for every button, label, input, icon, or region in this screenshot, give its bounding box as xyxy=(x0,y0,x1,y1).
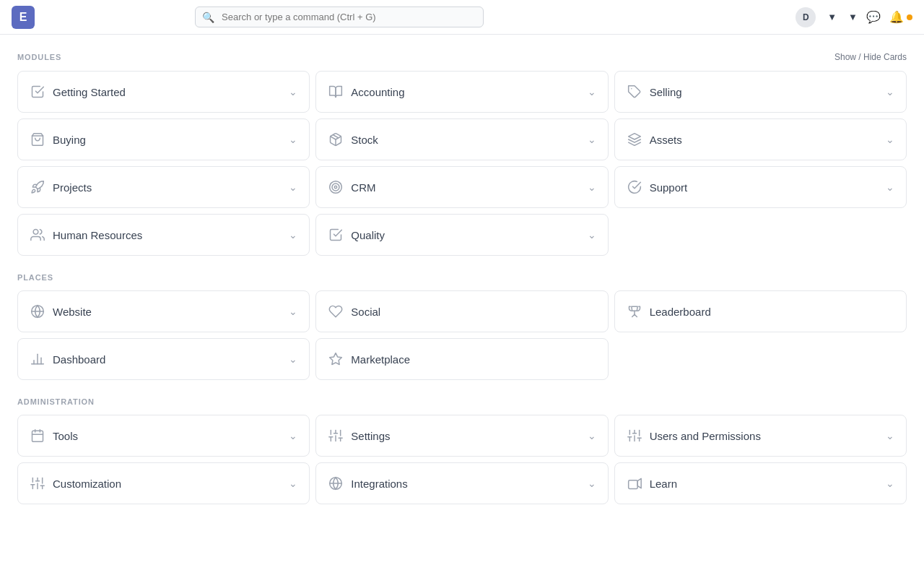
module-card-left-selling: Selling xyxy=(627,85,682,99)
module-card-social[interactable]: Social xyxy=(315,290,608,332)
module-card-tools[interactable]: Tools ⌄ xyxy=(17,415,310,457)
bell-icon: 🔔 xyxy=(889,10,904,24)
selling-icon xyxy=(627,85,642,99)
learn-icon xyxy=(627,476,642,491)
module-card-left-support: Support xyxy=(627,180,688,194)
module-card-settings[interactable]: Settings ⌄ xyxy=(315,415,608,457)
grid-modules: Getting Started ⌄ Accounting ⌄ Selling ⌄ xyxy=(17,71,907,256)
human-resources-chevron-icon: ⌄ xyxy=(289,229,297,241)
section-header-administration: ADMINISTRATION xyxy=(17,397,907,406)
chat-button[interactable]: 💬 xyxy=(866,10,881,24)
module-card-crm[interactable]: CRM ⌄ xyxy=(315,166,608,208)
notifications-button[interactable]: 🔔 xyxy=(889,10,912,24)
module-card-assets[interactable]: Assets ⌄ xyxy=(614,118,907,160)
getting-started-chevron-icon: ⌄ xyxy=(289,86,297,98)
section-administration: ADMINISTRATION Tools ⌄ Settings ⌄ xyxy=(17,397,907,504)
settings-chevron-icon: ⌄ xyxy=(588,430,596,441)
marketplace-icon xyxy=(328,352,344,366)
svg-point-8 xyxy=(33,230,38,235)
module-name-learn: Learn xyxy=(650,478,677,490)
module-card-left-projects: Projects xyxy=(30,180,92,194)
module-name-quality: Quality xyxy=(351,229,385,241)
module-card-left-getting-started: Getting Started xyxy=(30,85,126,99)
module-card-integrations[interactable]: Integrations ⌄ xyxy=(315,462,608,504)
module-name-selling: Selling xyxy=(650,86,682,98)
buying-icon xyxy=(30,132,45,147)
module-name-customization: Customization xyxy=(53,478,121,490)
module-card-left-stock: Stock xyxy=(328,132,378,147)
search-bar: 🔍 xyxy=(195,7,484,27)
help-chevron-icon: ▼ xyxy=(848,12,858,22)
website-icon xyxy=(30,304,45,319)
section-modules: MODULESShow / Hide Cards Getting Started… xyxy=(17,52,907,256)
module-card-left-settings: Settings xyxy=(328,428,390,443)
module-name-crm: CRM xyxy=(351,181,375,194)
module-card-buying[interactable]: Buying ⌄ xyxy=(17,118,310,160)
module-card-human-resources[interactable]: Human Resources ⌄ xyxy=(17,214,310,256)
module-card-marketplace[interactable]: Marketplace xyxy=(315,338,608,380)
avatar: D xyxy=(796,7,816,27)
website-chevron-icon: ⌄ xyxy=(289,306,297,317)
dashboard-icon xyxy=(30,352,45,366)
svg-rect-17 xyxy=(32,431,43,441)
dashboard-chevron-icon: ⌄ xyxy=(289,353,297,365)
module-name-support: Support xyxy=(650,181,688,194)
module-card-projects[interactable]: Projects ⌄ xyxy=(17,166,310,208)
settings-chevron-icon: ▼ xyxy=(827,12,837,22)
quality-chevron-icon: ⌄ xyxy=(588,229,596,241)
svg-line-2 xyxy=(334,135,339,138)
svg-marker-4 xyxy=(628,134,640,139)
section-places: PLACES Website ⌄ Social Leader xyxy=(17,273,907,380)
projects-icon xyxy=(30,180,45,194)
search-input[interactable] xyxy=(195,7,484,27)
svg-marker-51 xyxy=(637,478,641,488)
module-card-support[interactable]: Support ⌄ xyxy=(614,166,907,208)
module-card-left-integrations: Integrations xyxy=(328,476,407,491)
module-card-selling[interactable]: Selling ⌄ xyxy=(614,71,907,113)
module-card-leaderboard[interactable]: Leaderboard xyxy=(614,290,907,332)
module-name-leaderboard: Leaderboard xyxy=(650,306,711,318)
module-card-quality[interactable]: Quality ⌄ xyxy=(315,214,608,256)
module-card-website[interactable]: Website ⌄ xyxy=(17,290,310,332)
module-card-left-crm: CRM xyxy=(328,180,375,194)
main-content: MODULESShow / Hide Cards Getting Started… xyxy=(0,35,924,522)
section-label-administration: ADMINISTRATION xyxy=(17,397,95,406)
social-icon xyxy=(328,304,344,319)
section-label-modules: MODULES xyxy=(17,53,61,61)
module-card-left-leaderboard: Leaderboard xyxy=(627,304,711,319)
module-name-projects: Projects xyxy=(53,181,92,194)
module-card-learn[interactable]: Learn ⌄ xyxy=(614,462,907,504)
module-name-website: Website xyxy=(53,306,92,318)
module-name-social: Social xyxy=(351,306,380,318)
module-card-left-dashboard: Dashboard xyxy=(30,352,105,366)
users-permissions-icon xyxy=(627,428,642,443)
module-card-left-users-permissions: Users and Permissions xyxy=(627,428,761,443)
buying-chevron-icon: ⌄ xyxy=(289,134,297,145)
module-name-integrations: Integrations xyxy=(351,478,407,490)
module-card-left-buying: Buying xyxy=(30,132,86,147)
logo-button[interactable]: E xyxy=(12,6,35,29)
module-card-left-human-resources: Human Resources xyxy=(30,228,142,242)
crm-chevron-icon: ⌄ xyxy=(588,181,596,193)
module-card-left-accounting: Accounting xyxy=(328,85,404,99)
help-button[interactable]: ▼ xyxy=(845,12,858,22)
module-card-customization[interactable]: Customization ⌄ xyxy=(17,462,310,504)
header: E 🔍 D ▼ ▼ 💬 🔔 xyxy=(0,0,924,35)
module-name-assets: Assets xyxy=(650,134,682,146)
section-header-places: PLACES xyxy=(17,273,907,282)
module-card-left-website: Website xyxy=(30,304,92,319)
show-hide-cards-link[interactable]: Show / Hide Cards xyxy=(834,52,907,62)
chat-icon: 💬 xyxy=(866,10,881,24)
module-card-users-permissions[interactable]: Users and Permissions ⌄ xyxy=(614,415,907,457)
grid-places: Website ⌄ Social Leaderboard xyxy=(17,290,907,380)
module-card-accounting[interactable]: Accounting ⌄ xyxy=(315,71,608,113)
module-card-stock[interactable]: Stock ⌄ xyxy=(315,118,608,160)
accounting-icon xyxy=(328,85,344,99)
quality-icon xyxy=(328,228,344,242)
module-name-tools: Tools xyxy=(53,430,78,442)
svg-rect-50 xyxy=(628,480,637,489)
getting-started-icon xyxy=(30,85,45,99)
module-card-dashboard[interactable]: Dashboard ⌄ xyxy=(17,338,310,380)
settings-button[interactable]: ▼ xyxy=(824,12,837,22)
module-card-getting-started[interactable]: Getting Started ⌄ xyxy=(17,71,310,113)
